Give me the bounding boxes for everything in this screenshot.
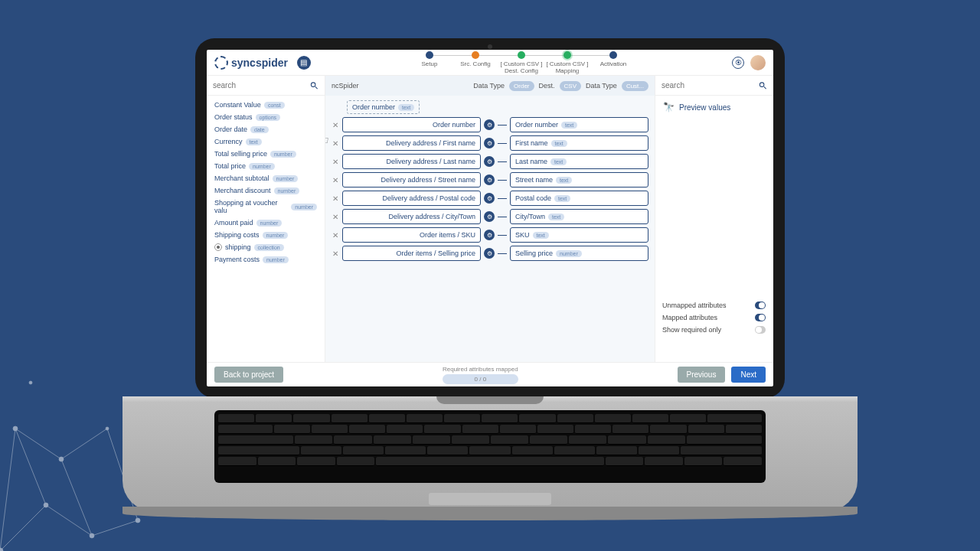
gear-icon[interactable]: ⚙ [484, 248, 495, 259]
collection-icon [214, 243, 222, 251]
svg-line-6 [92, 520, 138, 536]
dest-value[interactable]: CSV [560, 81, 581, 91]
mapping-source[interactable]: Delivery address / Street name [342, 172, 481, 187]
stepper: SetupSrc. Config[ Custom CSV ] Dest. Con… [311, 51, 732, 74]
back-button[interactable]: Back to project [214, 367, 283, 383]
step-0[interactable]: Setup [407, 51, 452, 67]
attr-label: Order status [214, 113, 253, 121]
gear-icon[interactable]: ⚙ [484, 230, 495, 240]
dest-label: Street name [515, 176, 553, 184]
svg-line-7 [61, 429, 107, 459]
search-icon[interactable] [310, 81, 318, 90]
toggle-unmapped[interactable] [755, 302, 766, 309]
preview-values-link[interactable]: 🔭 Preview values [655, 96, 773, 119]
remove-mapping-icon[interactable]: ✕ [332, 139, 339, 148]
attr-label: shipping [225, 243, 251, 251]
source-attr[interactable]: Amount paidnumber [207, 217, 325, 229]
mapping-dest[interactable]: Order numbertext [510, 117, 648, 132]
dest-label: Selling price [515, 249, 553, 257]
remove-mapping-icon[interactable]: ✕ [332, 213, 339, 221]
attr-filters: Unmapped attributes Mapped attributes Sh… [655, 295, 773, 341]
source-attr[interactable]: Shipping costsnumber [207, 229, 325, 241]
mapping-row: ✕Order items / Selling price⚙Selling pri… [332, 246, 648, 261]
mapping-source[interactable]: Order items / SKU [342, 227, 481, 243]
toggle-mapped[interactable] [755, 314, 766, 321]
mapping-dest[interactable]: Last nametext [510, 154, 648, 169]
gear-icon[interactable]: ⚙ [484, 211, 495, 222]
step-4[interactable]: Activation [590, 51, 636, 67]
gear-icon[interactable]: ⚙ [484, 138, 495, 148]
brand-logo: syncspider [214, 56, 288, 70]
next-button[interactable]: Next [731, 367, 766, 383]
svg-point-11 [90, 533, 94, 538]
mapping-row: ✕Delivery address / City/Town⚙City/Townt… [332, 209, 648, 224]
svg-line-18 [315, 86, 318, 89]
mapping-row: ✕Delivery address / Last name⚙Last namet… [332, 154, 648, 169]
mapping-dest[interactable]: City/Towntext [510, 209, 648, 224]
data-type-value-2[interactable]: Cust... [622, 81, 648, 91]
remove-mapping-icon[interactable]: ✕ [332, 158, 339, 166]
gear-icon[interactable]: ⚙ [484, 119, 495, 130]
filter-required-label: Show required only [662, 326, 721, 334]
source-attr[interactable]: shippingcollection [207, 241, 325, 253]
attr-label: Currency [214, 138, 243, 145]
filter-mapped-label: Mapped attributes [662, 314, 717, 321]
mapping-dest[interactable]: Selling pricenumber [510, 246, 648, 261]
source-attr[interactable]: Merchant discountnumber [207, 184, 325, 197]
source-attr[interactable]: Order statusoptions [207, 111, 325, 123]
mapping-source[interactable]: Delivery address / Last name [342, 154, 481, 169]
source-attr[interactable]: Total selling pricenumber [207, 148, 325, 160]
dest-search-input[interactable] [662, 81, 759, 90]
remove-mapping-icon[interactable]: ✕ [332, 194, 339, 203]
avatar[interactable] [750, 55, 766, 70]
remove-mapping-icon[interactable]: ✕ [332, 231, 339, 240]
remove-mapping-icon[interactable]: ✕ [332, 249, 339, 258]
mapping-dest[interactable]: Postal codetext [510, 191, 648, 206]
toggle-required[interactable] [755, 326, 766, 334]
source-attr[interactable]: Shopping at voucher valunumber [207, 197, 325, 217]
source-attr[interactable]: Currencytext [207, 135, 325, 148]
mapping-row: ✕Delivery address / First name⚙First nam… [332, 135, 648, 151]
mapping-source[interactable]: Order number [342, 117, 481, 132]
step-label: [ Custom CSV ] Dest. Config [498, 60, 544, 74]
source-attr[interactable]: Total pricenumber [207, 160, 325, 172]
attr-type-pill: number [274, 187, 300, 194]
data-type-value-1[interactable]: Order [509, 81, 534, 91]
mapping-source[interactable]: Order items / Selling price [342, 246, 481, 261]
mapping-dest[interactable]: First nametext [510, 135, 648, 151]
mapping-source[interactable]: Delivery address / City/Town [342, 209, 481, 224]
source-attr[interactable]: Merchant subtotalnumber [207, 172, 325, 184]
dest-label: SKU [515, 231, 530, 239]
svg-point-19 [760, 82, 764, 86]
gear-icon[interactable]: ⚙ [484, 156, 495, 167]
drag-ghost[interactable]: Order number text [347, 100, 420, 114]
mapping-source[interactable]: Delivery address / Postal code [342, 191, 481, 206]
footer: Back to project Required attributes mapp… [207, 362, 773, 386]
mapping-dest[interactable]: Street nametext [510, 172, 648, 187]
step-1[interactable]: Src. Config [452, 51, 498, 67]
step-3[interactable]: [ Custom CSV ] Mapping [544, 51, 590, 74]
previous-button[interactable]: Previous [678, 367, 726, 383]
attr-type-pill: date [250, 126, 269, 133]
source-attr[interactable]: Constant Valueconst [207, 99, 325, 111]
binoculars-icon: 🔭 [663, 102, 675, 112]
gear-icon[interactable]: ⚙ [484, 174, 495, 185]
mapping-source[interactable]: Delivery address / First name [342, 135, 481, 151]
step-2[interactable]: [ Custom CSV ] Dest. Config [498, 51, 544, 74]
remove-mapping-icon[interactable]: ✕ [332, 121, 339, 129]
source-attr[interactable]: Order datedate [207, 123, 325, 135]
help-icon[interactable]: ⦿ [732, 57, 744, 69]
source-attr[interactable]: Payment costsnumber [207, 253, 325, 266]
laptop-mockup: syncspider ▤ SetupSrc. Config[ Custom CS… [122, 38, 858, 513]
attr-label: Total price [214, 162, 246, 170]
source-panel: Constant ValueconstOrder statusoptionsOr… [207, 76, 325, 362]
remove-mapping-icon[interactable]: ✕ [332, 176, 339, 184]
connector [498, 161, 507, 162]
svg-point-15 [106, 427, 109, 430]
search-icon[interactable] [759, 81, 767, 90]
source-search-input[interactable] [213, 81, 310, 90]
mapping-dest[interactable]: SKUtext [510, 227, 648, 243]
gear-icon[interactable]: ⚙ [484, 193, 495, 204]
project-icon[interactable]: ▤ [297, 56, 311, 70]
dest-type-pill: text [551, 140, 567, 147]
